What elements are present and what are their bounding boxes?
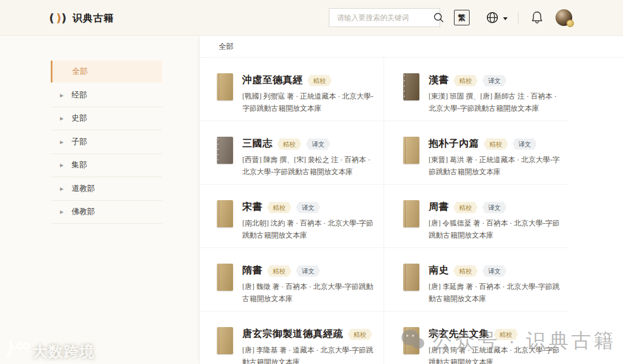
chevron-right-icon: ▶ xyxy=(60,186,63,191)
sidebar-item-label: 集部 xyxy=(72,160,87,170)
sidebar-item-史部[interactable]: ▶ 史部 xyxy=(51,107,162,131)
chevron-right-icon: ▶ xyxy=(60,139,63,144)
book-meta: [唐] 李延壽 著 · 百衲本 · 北京大學-字節跳動古籍開放文本庫 xyxy=(429,281,563,305)
book-info: 漢書 精校译文 [東漢] 班固 撰、[唐] 顏師古 注 · 百衲本 · 北京大學… xyxy=(429,73,563,121)
badge-精校: 精校 xyxy=(453,265,478,277)
book-card[interactable]: 宋書 精校译文 [南北朝] 沈約 著 · 百衲本 · 北京大學-字節跳動古籍開放… xyxy=(200,185,384,248)
traditional-chinese-toggle-button[interactable]: 繁 xyxy=(454,10,470,25)
book-card[interactable]: 南史 精校译文 [唐] 李延壽 著 · 百衲本 · 北京大學-字節跳動古籍開放文… xyxy=(384,248,569,312)
watermark-dashu: 大数跨境 xyxy=(3,340,95,362)
book-title: 漢書 xyxy=(429,73,449,87)
search-icon[interactable] xyxy=(433,12,444,23)
badge-译文: 译文 xyxy=(296,265,320,277)
globe-icon xyxy=(486,11,499,27)
sidebar-item-经部[interactable]: ▶ 经部 xyxy=(51,84,162,107)
book-info: 南史 精校译文 [唐] 李延壽 著 · 百衲本 · 北京大學-字節跳動古籍開放文… xyxy=(429,264,563,311)
book-badges: 精校 xyxy=(303,75,332,85)
book-info: 沖虛至德真經 精校 [戰國] 列禦寇 著 · 正統道藏本 · 北京大學-字節跳動… xyxy=(242,73,377,121)
book-card[interactable]: 隋書 精校译文 [唐] 魏徵 著 · 百衲本 · 北京大學-字節跳動古籍開放文本… xyxy=(200,248,384,312)
book-meta: [唐] 魏徵 著 · 百衲本 · 北京大學-字節跳動古籍開放文本庫 xyxy=(242,281,377,305)
badge-精校: 精校 xyxy=(307,75,332,87)
book-info: 隋書 精校译文 [唐] 魏徵 著 · 百衲本 · 北京大學-字節跳動古籍開放文本… xyxy=(242,264,377,311)
sidebar-item-全部[interactable]: ▶ 全部 xyxy=(51,61,162,82)
book-card[interactable]: 周書 精校译文 [唐] 令狐德棻 著 · 百衲本 · 北京大學-字節跳動古籍開放… xyxy=(384,185,569,248)
chevron-right-icon: ▶ xyxy=(60,209,63,215)
book-title: 唐玄宗御製道德真經疏 xyxy=(242,327,343,340)
dashu-logo-icon xyxy=(3,340,30,362)
book-info: 宋書 精校译文 [南北朝] 沈約 著 · 百衲本 · 北京大學-字節跳動古籍開放… xyxy=(242,200,377,247)
book-title: 抱朴子內篇 xyxy=(429,137,479,150)
book-info: 宗玄先生文集 精校 [唐] 吳筠 著 · 正統道藏本 · 北京大學-字節跳動古籍… xyxy=(429,327,563,364)
list-header: 全部 xyxy=(200,36,623,58)
sidebar-item-集部[interactable]: ▶ 集部 xyxy=(51,154,162,178)
sidebar-item-子部[interactable]: ▶ 子部 xyxy=(51,130,162,154)
book-cover xyxy=(403,327,419,354)
book-badges: 精校译文 xyxy=(479,138,537,149)
book-card[interactable]: 三國志 精校译文 [西晋] 陳壽 撰、[宋] 裴松之 注 · 百衲本 · 北京大… xyxy=(200,121,384,185)
book-title: 隋書 xyxy=(242,264,262,277)
logo-bracket-icon: ) xyxy=(56,12,61,24)
book-card[interactable]: 沖虛至德真經 精校 [戰國] 列禦寇 著 · 正統道藏本 · 北京大學-字節跳動… xyxy=(200,58,384,121)
book-title: 宗玄先生文集 xyxy=(429,327,489,340)
sidebar-item-道教部[interactable]: ▶ 道教部 xyxy=(51,177,162,201)
book-title: 宋書 xyxy=(242,200,262,213)
badge-精校: 精校 xyxy=(348,329,372,340)
book-meta: [東晋] 葛洪 著 · 正統道藏本 · 北京大學-字節跳動古籍開放文本庫 xyxy=(429,154,563,178)
book-badges: 精校译文 xyxy=(273,138,331,149)
sidebar-item-label: 子部 xyxy=(72,137,87,147)
logo-bracket-icon: ( xyxy=(49,12,54,24)
book-cover xyxy=(403,264,419,291)
logo-bracket-icon: ) xyxy=(61,12,66,24)
book-cover xyxy=(217,200,233,227)
book-info: 三國志 精校译文 [西晋] 陳壽 撰、[宋] 裴松之 注 · 百衲本 · 北京大… xyxy=(242,137,377,184)
book-card[interactable]: 抱朴子內篇 精校译文 [東晋] 葛洪 著 · 正統道藏本 · 北京大學-字節跳動… xyxy=(384,121,569,185)
book-cover xyxy=(217,137,233,164)
logo[interactable]: ( ) ) 识典古籍 xyxy=(49,0,114,36)
badge-译文: 译文 xyxy=(482,75,506,87)
sidebar-item-佛教部[interactable]: ▶ 佛教部 xyxy=(51,201,162,224)
book-card[interactable]: 唐玄宗御製道德真經疏 精校 [唐] 李隆基 著 · 道藏本 · 北京大學-字節跳… xyxy=(200,312,384,364)
user-avatar[interactable] xyxy=(556,9,572,26)
badge-译文: 译文 xyxy=(296,202,320,213)
book-badges: 精校 xyxy=(489,329,518,339)
book-badges: 精校译文 xyxy=(262,202,320,212)
search-box xyxy=(329,8,440,27)
book-meta: [唐] 吳筠 著 · 正統道藏本 · 北京大學-字節跳動古籍開放文本庫 xyxy=(429,344,563,364)
badge-译文: 译文 xyxy=(482,202,506,213)
language-selector[interactable] xyxy=(486,11,508,27)
badge-精校: 精校 xyxy=(494,329,518,340)
book-card[interactable]: 宗玄先生文集 精校 [唐] 吳筠 著 · 正統道藏本 · 北京大學-字節跳動古籍… xyxy=(384,312,569,364)
book-title: 沖虛至德真經 xyxy=(242,73,303,87)
category-sidebar: ▶ 全部 ▶ 经部 ▶ 史部 ▶ 子部 ▶ 集部 ▶ 道教部 ▶ 佛教部 xyxy=(51,61,162,224)
chevron-right-icon: ▶ xyxy=(60,116,63,121)
header: ( ) ) 识典古籍 繁 xyxy=(0,0,623,36)
sidebar-item-label: 佛教部 xyxy=(72,207,95,217)
book-cover xyxy=(217,264,233,291)
book-info: 唐玄宗御製道德真經疏 精校 [唐] 李隆基 著 · 道藏本 · 北京大學-字節跳… xyxy=(242,327,377,364)
book-cover xyxy=(403,137,419,164)
book-cover xyxy=(403,73,419,100)
book-badges: 精校译文 xyxy=(449,265,506,276)
book-title: 南史 xyxy=(429,264,449,277)
badge-精校: 精校 xyxy=(267,202,291,213)
book-meta: [南北朝] 沈約 著 · 百衲本 · 北京大學-字節跳動古籍開放文本庫 xyxy=(242,217,377,242)
chevron-right-icon: ▶ xyxy=(60,163,63,168)
sidebar-item-label: 道教部 xyxy=(72,183,95,194)
book-meta: [唐] 令狐德棻 著 · 百衲本 · 北京大學-字節跳動古籍開放文本庫 xyxy=(429,217,563,242)
book-card[interactable]: 漢書 精校译文 [東漢] 班固 撰、[唐] 顏師古 注 · 百衲本 · 北京大學… xyxy=(384,58,569,121)
book-cover xyxy=(217,73,233,100)
book-badges: 精校译文 xyxy=(449,202,506,212)
sidebar-item-label: 全部 xyxy=(72,66,88,77)
book-badges: 精校译文 xyxy=(262,265,320,276)
book-badges: 精校 xyxy=(343,329,372,339)
book-grid: 沖虛至德真經 精校 [戰國] 列禦寇 著 · 正統道藏本 · 北京大學-字節跳動… xyxy=(200,58,569,364)
book-info: 抱朴子內篇 精校译文 [東晋] 葛洪 著 · 正統道藏本 · 北京大學-字節跳動… xyxy=(429,137,563,184)
search-input[interactable] xyxy=(329,14,433,22)
chevron-down-icon xyxy=(503,17,508,20)
notifications-bell-icon[interactable] xyxy=(531,10,543,27)
book-meta: [唐] 李隆基 著 · 道藏本 · 北京大學-字節跳動古籍開放文本庫 xyxy=(242,344,377,364)
badge-精校: 精校 xyxy=(267,265,291,277)
badge-精校: 精校 xyxy=(453,75,478,87)
badge-精校: 精校 xyxy=(453,202,478,213)
badge-译文: 译文 xyxy=(482,265,506,277)
